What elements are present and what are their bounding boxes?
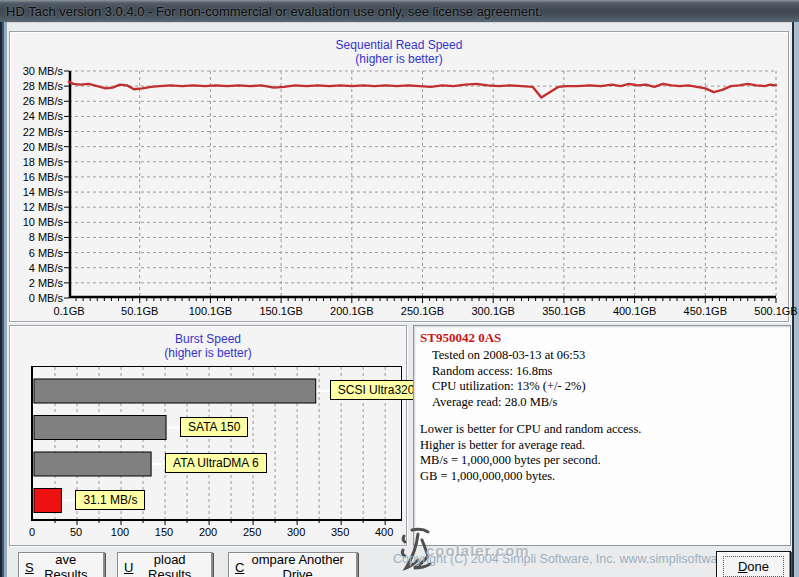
x-axis-tick-label: 300.1GB xyxy=(471,305,514,317)
drive-info-panel: ST950042 0AS Tested on 2008-03-13 at 06:… xyxy=(413,325,791,546)
y-axis-tick-label: 8 MB/s xyxy=(11,231,63,243)
drive-test-details: Tested on 2008-03-13 at 06:53Random acce… xyxy=(432,348,586,410)
y-axis-tick-label: 30 MB/s xyxy=(11,65,63,77)
burst-x-tick-label: 100 xyxy=(111,526,129,538)
y-axis-tick-label: 14 MB/s xyxy=(11,186,63,198)
burst-x-tick-label: 250 xyxy=(243,526,261,538)
x-axis-tick-label: 100.1GB xyxy=(189,305,232,317)
save-results-button[interactable]: Save Results xyxy=(18,552,105,577)
burst-x-tick-label: 400 xyxy=(375,526,393,538)
x-axis-tick-label: 450.1GB xyxy=(684,305,727,317)
info-note-line: Higher is better for average read. xyxy=(420,438,641,454)
drive-info-notes: Lower is better for CPU and random acces… xyxy=(420,422,641,484)
x-axis-tick-label: 200.1GB xyxy=(330,305,373,317)
y-axis-tick-label: 6 MB/s xyxy=(11,247,63,259)
y-axis-tick-label: 4 MB/s xyxy=(11,262,63,274)
burst-x-tick-label: 300 xyxy=(287,526,305,538)
x-axis-tick-label: 50.1GB xyxy=(121,305,158,317)
sequential-read-svg xyxy=(69,71,776,298)
info-detail-line: CPU utilization: 13% (+/- 2%) xyxy=(432,379,586,395)
burst-x-tick-label: 200 xyxy=(199,526,217,538)
drive-model: ST950042 0AS xyxy=(420,330,501,346)
info-note-line: MB/s = 1,000,000 bytes per second. xyxy=(420,453,641,469)
info-note-line: Lower is better for CPU and random acces… xyxy=(420,422,641,438)
burst-chart-subtitle: (higher is better) xyxy=(10,347,406,360)
burst-chart-title: Burst Speed xyxy=(10,333,406,346)
burst-bar-label: SATA 150 xyxy=(180,417,248,437)
sequential-chart-title: Sequential Read Speed xyxy=(10,39,788,52)
sequential-read-plot xyxy=(69,71,776,298)
y-axis-tick-label: 26 MB/s xyxy=(11,95,63,107)
burst-bar-label: 31.1 MB/s xyxy=(75,490,145,510)
sequential-chart-subtitle: (higher is better) xyxy=(10,53,788,66)
x-axis-tick-label: 0.1GB xyxy=(53,305,84,317)
y-axis-tick-label: 24 MB/s xyxy=(11,110,63,122)
y-axis-tick-label: 18 MB/s xyxy=(11,156,63,168)
copyright-text: Copyright (C) 2004 Simpli Software, Inc.… xyxy=(393,552,756,566)
info-note-line: GB = 1,000,000,000 bytes. xyxy=(420,469,641,485)
y-axis-tick-label: 0 MB/s xyxy=(11,292,63,304)
sequential-read-panel: Sequential Read Speed (higher is better)… xyxy=(9,31,789,322)
burst-bar-label: ATA UltraDMA 6 xyxy=(165,453,267,473)
x-axis-tick-label: 500.1GB xyxy=(754,305,797,317)
y-axis-tick-label: 28 MB/s xyxy=(11,80,63,92)
info-detail-line: Tested on 2008-03-13 at 06:53 xyxy=(432,348,586,364)
y-axis-tick-label: 16 MB/s xyxy=(11,171,63,183)
burst-x-tick-label: 150 xyxy=(155,526,173,538)
x-axis-tick-label: 250.1GB xyxy=(401,305,444,317)
screenshot-root: { "window": { "title": "HD Tach version … xyxy=(0,0,799,577)
burst-x-tick-label: 350 xyxy=(331,526,349,538)
y-axis-tick-label: 20 MB/s xyxy=(11,141,63,153)
x-axis-tick-label: 150.1GB xyxy=(259,305,302,317)
window-content: Sequential Read Speed (higher is better)… xyxy=(0,22,799,577)
y-axis-tick-label: 12 MB/s xyxy=(11,201,63,213)
x-axis-tick-label: 350.1GB xyxy=(542,305,585,317)
compare-another-drive-button[interactable]: Compare Another Drive xyxy=(228,552,358,577)
burst-x-tick-label: 50 xyxy=(70,526,82,538)
burst-bar-label: SCSI Ultra320 xyxy=(330,380,423,400)
info-detail-line: Random access: 16.8ms xyxy=(432,364,586,380)
burst-speed-panel: Burst Speed (higher is better) SCSI Ultr… xyxy=(9,325,407,546)
x-axis-tick-label: 400.1GB xyxy=(613,305,656,317)
done-button-label: Done xyxy=(723,556,784,577)
burst-x-tick-label: 0 xyxy=(29,526,35,538)
done-button[interactable]: Done xyxy=(716,551,791,577)
y-axis-tick-label: 10 MB/s xyxy=(11,216,63,228)
y-axis-tick-label: 2 MB/s xyxy=(11,277,63,289)
y-axis-tick-label: 22 MB/s xyxy=(11,126,63,138)
info-detail-line: Average read: 28.0 MB/s xyxy=(432,395,586,411)
upload-results-button[interactable]: Upload Results xyxy=(117,552,213,577)
window-title: HD Tach version 3.0.4.0 - For non-commer… xyxy=(6,4,542,19)
burst-speed-plot: SCSI Ultra320SATA 150ATA UltraDMA 631.1 … xyxy=(31,366,402,521)
window-titlebar[interactable]: HD Tach version 3.0.4.0 - For non-commer… xyxy=(0,0,799,23)
